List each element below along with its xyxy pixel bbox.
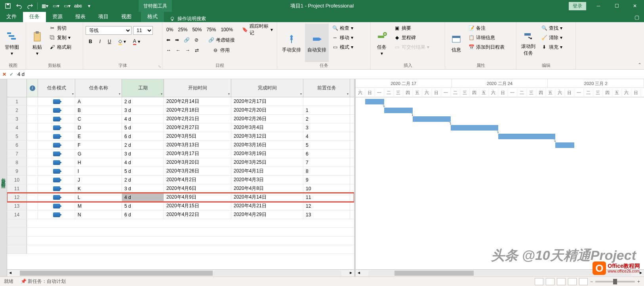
row-start-cell[interactable]: 2020年3月26日 — [164, 167, 231, 175]
progress-0-button[interactable]: 0% — [165, 25, 175, 34]
zoom-slider[interactable] — [595, 281, 635, 282]
progress-25-button[interactable]: 25% — [176, 25, 189, 34]
row-start-cell[interactable]: 2020年2月27日 — [164, 123, 231, 132]
row-info-cell[interactable] — [27, 176, 38, 184]
formula-input[interactable] — [17, 70, 642, 78]
row-start-cell[interactable]: 2020年4月2日 — [164, 176, 231, 184]
tell-me-search[interactable]: 操作说明搜索 — [164, 15, 211, 22]
row-number[interactable]: 2 — [7, 106, 27, 114]
manual-schedule-button[interactable]: 手动安排 — [280, 24, 303, 62]
info-button[interactable]: 信息 — [448, 24, 465, 62]
tab-report[interactable]: 报表 — [69, 11, 92, 22]
row-name-cell[interactable]: H — [75, 158, 122, 167]
row-name-cell[interactable]: J — [75, 176, 122, 184]
view-usage-button[interactable] — [546, 278, 554, 285]
split-button[interactable]: ↔ — [165, 46, 173, 55]
milestone-button[interactable]: ◆里程碑 — [392, 33, 431, 42]
row-pred-cell[interactable]: 10 — [303, 184, 350, 193]
gantt-row[interactable]: ↴ — [356, 141, 644, 150]
row-info-cell[interactable] — [27, 210, 38, 219]
row-mode-cell[interactable] — [38, 193, 75, 201]
row-number[interactable]: 11 — [7, 184, 27, 193]
mode-button[interactable]: ▭模式 ▾ — [330, 43, 355, 51]
row-finish-cell[interactable]: 2020年2月17日 — [231, 97, 303, 106]
gantt-row[interactable] — [356, 150, 644, 158]
row-finish-cell[interactable]: 2020年3月25日 — [231, 158, 303, 167]
tab-resource[interactable]: 资源 — [46, 11, 69, 22]
row-finish-cell[interactable]: 2020年4月21日 — [231, 202, 303, 210]
tab-file[interactable]: 文件 — [0, 11, 23, 22]
font-name-select[interactable]: 等线 — [86, 26, 131, 35]
gantt-hscroll[interactable]: ◂▸ — [356, 269, 644, 277]
gantt-row[interactable] — [356, 167, 644, 176]
row-info-cell[interactable] — [27, 123, 38, 132]
row-pred-cell[interactable]: 2 — [303, 115, 350, 123]
gantt-bar[interactable] — [555, 142, 574, 148]
format-painter-button[interactable]: 🖌格式刷 — [48, 43, 73, 51]
collapse-ribbon-icon[interactable]: ⌃ — [638, 62, 642, 68]
mode-header[interactable]: 任务模式▾ — [38, 79, 75, 97]
row-start-cell[interactable]: 2020年2月21日 — [164, 115, 231, 123]
row-number[interactable]: 8 — [7, 158, 27, 167]
gantt-bar[interactable] — [384, 108, 413, 113]
row-duration-cell[interactable]: 4 d — [122, 193, 164, 201]
gantt-row[interactable] — [356, 202, 644, 210]
row-start-cell[interactable]: 2020年2月18日 — [164, 106, 231, 114]
name-header[interactable]: 任务名称▾ — [75, 79, 122, 97]
tab-view[interactable]: 视图 — [115, 11, 138, 22]
minimize-icon[interactable]: ─ — [589, 0, 608, 12]
swap-button[interactable]: ⇄ — [193, 46, 200, 55]
consider-link-button[interactable]: 🔗考虑链接 — [206, 36, 236, 44]
row-duration-cell[interactable]: 2 d — [122, 97, 164, 106]
progress-100-button[interactable]: 100% — [219, 25, 234, 34]
row-pred-cell[interactable]: 7 — [303, 158, 350, 167]
row-mode-cell[interactable] — [38, 176, 75, 184]
row-info-cell[interactable] — [27, 150, 38, 158]
row-name-cell[interactable]: G — [75, 150, 122, 158]
row-duration-cell[interactable]: 6 d — [122, 210, 164, 219]
row-info-cell[interactable] — [27, 158, 38, 167]
row-mode-cell[interactable] — [38, 123, 75, 132]
row-duration-cell[interactable]: 6 d — [122, 132, 164, 140]
table-row[interactable]: 9I5 d2020年3月26日2020年4月1日8 — [7, 167, 354, 176]
row-mode-cell[interactable] — [38, 132, 75, 140]
table-hscroll[interactable]: ◂▸ — [7, 269, 354, 277]
tab-task[interactable]: 任务 — [23, 11, 46, 22]
row-number[interactable]: 9 — [7, 167, 27, 175]
row-duration-cell[interactable]: 5 d — [122, 123, 164, 132]
table-row[interactable]: 14N6 d2020年4月22日2020年4月29日13 — [7, 210, 354, 219]
row-mode-cell[interactable] — [38, 202, 75, 210]
table-row[interactable]: 7G3 d2020年3月17日2020年3月19日6 — [7, 150, 354, 158]
underline-button[interactable]: U — [106, 37, 113, 46]
info-header[interactable]: i — [27, 79, 38, 97]
row-duration-cell[interactable]: 4 d — [122, 115, 164, 123]
row-info-cell[interactable] — [27, 167, 38, 175]
row-pred-cell[interactable]: 9 — [303, 176, 350, 184]
row-name-cell[interactable]: L — [75, 193, 122, 201]
row-start-cell[interactable]: 2020年4月22日 — [164, 210, 231, 219]
insert-task-button[interactable]: 任务▾ — [373, 24, 391, 62]
row-name-cell[interactable]: I — [75, 167, 122, 175]
qat-btn-1[interactable]: ▦▾ — [40, 1, 50, 11]
row-name-cell[interactable]: B — [75, 106, 122, 114]
close-icon[interactable]: ✕ — [626, 0, 644, 12]
gantt-row[interactable]: ↴ — [356, 123, 644, 132]
progress-50-button[interactable]: 50% — [191, 25, 203, 34]
row-pred-cell[interactable]: 12 — [303, 202, 350, 210]
login-button[interactable]: 登录 — [569, 2, 586, 10]
cancel-edit-icon[interactable]: ✕ — [2, 72, 6, 77]
row-pred-cell[interactable]: 13 — [303, 210, 350, 219]
gantt-row[interactable] — [356, 158, 644, 167]
row-info-cell[interactable] — [27, 97, 38, 106]
view-gantt-button[interactable] — [535, 278, 543, 285]
gantt-row[interactable] — [356, 97, 644, 106]
scrollto-button[interactable]: 滚动到 任务 — [519, 24, 538, 62]
row-name-cell[interactable]: D — [75, 123, 122, 132]
copy-button[interactable]: ⿻复制 ▾ — [48, 33, 73, 42]
row-start-cell[interactable]: 2020年3月5日 — [164, 132, 231, 140]
table-row[interactable]: 12L4 d2020年4月9日2020年4月14日11 — [7, 193, 354, 202]
row-info-cell[interactable] — [27, 132, 38, 140]
qat-btn-2[interactable]: ▭▾ — [51, 1, 61, 11]
row-number[interactable]: 4 — [7, 123, 27, 132]
auto-schedule-button[interactable]: 自动安排 — [305, 24, 329, 62]
